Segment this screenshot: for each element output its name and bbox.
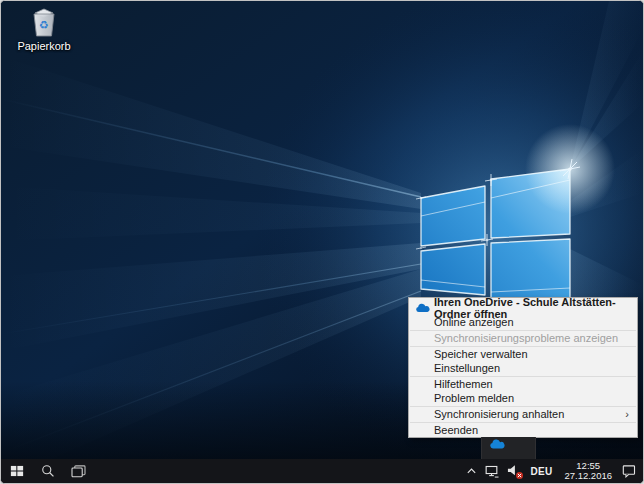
menu-item-einstellungen[interactable]: Einstellungen (409, 361, 637, 375)
volume-tray-button[interactable] (504, 459, 523, 483)
menu-item-speicher-verwalten[interactable]: Speicher verwalten (409, 347, 637, 361)
recycle-bin-label: Papierkorb (11, 40, 77, 52)
svg-text:♻: ♻ (39, 19, 49, 32)
task-view-button[interactable] (63, 459, 94, 483)
menu-item-hilfethemen[interactable]: Hilfethemen (409, 377, 637, 391)
recycle-bin[interactable]: ♻ Papierkorb (11, 7, 77, 52)
taskbar-clock[interactable]: 12:55 27.12.2016 (559, 461, 617, 482)
search-icon (41, 464, 55, 478)
start-button[interactable] (1, 459, 32, 483)
windows-start-icon (10, 464, 24, 478)
menu-item-open-folder[interactable]: Ihren OneDrive - Schule Altstätten-Ordne… (409, 300, 637, 315)
chevron-up-icon (466, 466, 477, 476)
language-indicator[interactable]: DEU (525, 466, 557, 477)
action-center-icon (622, 464, 636, 478)
network-icon (485, 465, 499, 478)
recycle-bin-icon: ♻ (29, 7, 59, 39)
menu-item-sync-anhalten[interactable]: Synchronisierung anhalten › (409, 407, 637, 421)
volume-muted-badge (516, 472, 523, 479)
action-center-button[interactable] (619, 459, 639, 483)
onedrive-context-menu: Ihren OneDrive - Schule Altstätten-Ordne… (408, 297, 638, 438)
submenu-arrow-icon: › (625, 409, 629, 420)
system-tray: DEU 12:55 27.12.2016 (463, 459, 643, 483)
taskbar-left (1, 459, 94, 483)
onedrive-tray-icon[interactable] (489, 438, 505, 449)
network-tray-button[interactable] (482, 459, 502, 483)
task-view-icon (71, 465, 86, 478)
clock-date: 27.12.2016 (564, 471, 612, 482)
menu-item-beenden[interactable]: Beenden (409, 423, 637, 437)
menu-item-sync-probleme: Synchronisierungsprobleme anzeigen (409, 331, 637, 345)
menu-item-problem-melden[interactable]: Problem melden (409, 391, 637, 405)
screenshot-frame: ♻ Papierkorb Ihren OneDrive - Schule Alt… (0, 0, 644, 484)
onedrive-cloud-icon (415, 302, 430, 313)
taskbar: DEU 12:55 27.12.2016 (1, 459, 643, 483)
corner-glow (521, 121, 643, 221)
hidden-icons-flyout (481, 437, 536, 459)
search-button[interactable] (32, 459, 63, 483)
menu-item-online-anzeigen[interactable]: Online anzeigen (409, 315, 637, 329)
show-hidden-icons-button[interactable] (463, 459, 480, 483)
